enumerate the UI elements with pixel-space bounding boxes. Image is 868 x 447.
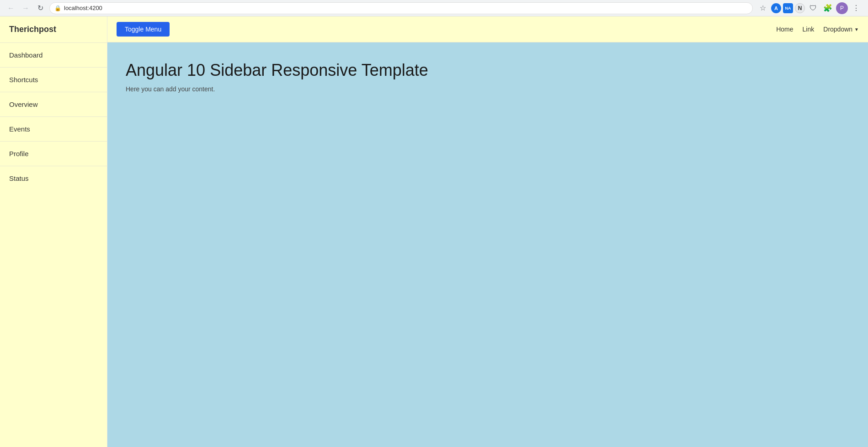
main-content: Angular 10 Sidebar Responsive Template H… <box>107 42 868 447</box>
sidebar-item-status[interactable]: Status <box>0 166 107 190</box>
chrome-menu-button[interactable]: ⋮ <box>850 2 863 15</box>
puzzle-icon[interactable]: 🧩 <box>821 2 834 15</box>
browser-chrome: ← → ↻ 🔒 localhost:4200 ☆ A NA N 🛡 🧩 P ⋮ <box>0 0 868 16</box>
sidebar-item-shortcuts[interactable]: Shortcuts <box>0 67 107 92</box>
sidebar: Therichpost Dashboard Shortcuts Overview… <box>0 16 107 447</box>
back-button[interactable]: ← <box>5 3 16 14</box>
url-text: localhost:4200 <box>64 5 102 11</box>
browser-right-icons: ☆ A NA N 🛡 🧩 P ⋮ <box>756 2 863 15</box>
lock-icon: 🔒 <box>54 5 61 11</box>
sidebar-item-events[interactable]: Events <box>0 116 107 141</box>
reload-button[interactable]: ↻ <box>35 3 46 14</box>
ext-accounts-icon[interactable]: A <box>771 3 781 13</box>
nav-link[interactable]: Link <box>803 26 815 33</box>
forward-button[interactable]: → <box>20 3 31 14</box>
chevron-down-icon: ▼ <box>854 27 859 32</box>
page-subtitle: Here you can add your content. <box>126 85 850 93</box>
bookmark-button[interactable]: ☆ <box>756 2 769 15</box>
top-navbar: Toggle Menu Home Link Dropdown ▼ <box>107 16 868 42</box>
sidebar-nav: Dashboard Shortcuts Overview Events Prof… <box>0 42 107 190</box>
address-bar[interactable]: 🔒 localhost:4200 <box>49 2 753 14</box>
ext-na-icon[interactable]: NA <box>783 3 793 13</box>
main-wrapper: Toggle Menu Home Link Dropdown ▼ Angular… <box>107 16 868 447</box>
nav-dropdown[interactable]: Dropdown ▼ <box>823 26 859 33</box>
avatar-initial: P <box>840 5 844 11</box>
sidebar-item-dashboard[interactable]: Dashboard <box>0 42 107 67</box>
app-container: Therichpost Dashboard Shortcuts Overview… <box>0 16 868 447</box>
page-title: Angular 10 Sidebar Responsive Template <box>126 61 850 80</box>
nav-home-link[interactable]: Home <box>776 26 793 33</box>
toggle-menu-button[interactable]: Toggle Menu <box>117 22 170 37</box>
sidebar-brand[interactable]: Therichpost <box>0 16 107 42</box>
ext-n-icon[interactable]: N <box>795 3 805 13</box>
sidebar-item-profile[interactable]: Profile <box>0 141 107 166</box>
shield-icon[interactable]: 🛡 <box>807 2 820 15</box>
nav-dropdown-label: Dropdown <box>823 26 852 33</box>
profile-avatar[interactable]: P <box>836 2 848 14</box>
navbar-right: Home Link Dropdown ▼ <box>776 26 859 33</box>
sidebar-item-overview[interactable]: Overview <box>0 92 107 116</box>
